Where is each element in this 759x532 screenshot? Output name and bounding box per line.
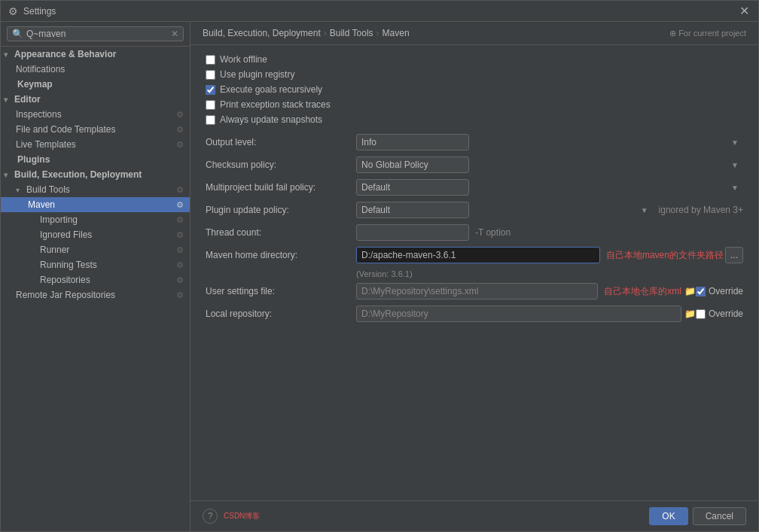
settings-panel: Work offline Use plugin registry Execute… <box>191 45 758 500</box>
search-icon: 🔍 <box>12 29 23 39</box>
sidebar-item-keymap[interactable]: Keymap <box>1 77 190 92</box>
sidebar-item-repositories[interactable]: Repositories ⚙ <box>1 272 190 287</box>
local-repo-override-checkbox[interactable] <box>696 309 706 319</box>
sidebar-item-notifications[interactable]: Notifications <box>1 62 190 77</box>
plugin-update-select[interactable]: Default Update Do not Update Force Updat… <box>356 202 469 218</box>
sidebar-item-importing[interactable]: Importing ⚙ <box>1 212 190 227</box>
checkbox-work-offline: Work offline <box>206 54 743 65</box>
cancel-button[interactable]: Cancel <box>693 507 746 525</box>
sidebar-item-label: Running Tests <box>40 260 97 270</box>
sidebar-item-label: Ignored Files <box>40 230 92 240</box>
user-settings-row: User settings file: 自己本地仓库的xml 📁 Overrid… <box>206 283 743 299</box>
local-repo-label: Local repository: <box>206 309 356 319</box>
sidebar-item-inspections[interactable]: Inspections ⚙ <box>1 107 190 122</box>
multiproject-select[interactable]: Default Fail at End Fail Fast Never Fail <box>356 179 469 196</box>
folder-icon: 📁 <box>684 286 696 296</box>
checksum-policy-label: Checksum policy: <box>206 160 356 170</box>
checksum-policy-row: Checksum policy: No Global Policy Warn F… <box>206 157 743 173</box>
chevron-down-icon: ▼ <box>731 184 739 192</box>
sidebar-item-editor[interactable]: ▾ Editor <box>1 92 190 107</box>
main-content: 🔍 ✕ ▾ Appearance & Behavior Notification… <box>1 22 758 531</box>
use-plugin-registry-checkbox[interactable] <box>206 70 215 80</box>
checkbox-print-exception: Print exception stack traces <box>206 99 743 110</box>
sidebar-item-label: Appearance & Behavior <box>14 49 116 59</box>
user-settings-override-checkbox[interactable] <box>696 287 706 296</box>
thread-count-input[interactable] <box>356 224 469 241</box>
breadcrumb-sep-1: › <box>324 28 327 38</box>
chevron-down-icon: ▼ <box>731 138 739 147</box>
multiproject-label: Multiproject build fail policy: <box>206 182 356 193</box>
sidebar-item-file-code-templates[interactable]: File and Code Templates ⚙ <box>1 122 190 137</box>
work-offline-checkbox[interactable] <box>206 55 215 65</box>
checksum-policy-select[interactable]: No Global Policy Warn Fail Ignore <box>356 157 469 173</box>
local-repo-override: Override <box>696 309 743 319</box>
execute-goals-checkbox[interactable] <box>206 85 215 95</box>
config-icon: ⚙ <box>176 140 184 150</box>
local-repo-row: Local repository: 📁 Override <box>206 306 743 322</box>
sidebar-item-running-tests[interactable]: Running Tests ⚙ <box>1 257 190 272</box>
config-icon: ⚙ <box>176 200 184 210</box>
sidebar-item-appearance-behavior[interactable]: ▾ Appearance & Behavior <box>1 47 190 62</box>
main-panel: Build, Execution, Deployment › Build Too… <box>191 22 758 531</box>
ok-button[interactable]: OK <box>649 507 687 525</box>
maven-home-row: Maven home directory: 自己本地maven的文件夹路径 ..… <box>206 247 743 263</box>
sidebar-item-label: Build, Execution, Deployment <box>14 169 142 180</box>
user-settings-override-label: Override <box>709 286 743 296</box>
always-update-checkbox[interactable] <box>206 115 215 125</box>
sidebar-item-label: Maven <box>28 199 55 210</box>
clear-icon[interactable]: ✕ <box>171 29 178 39</box>
sidebar-item-label: Keymap <box>17 79 53 90</box>
user-settings-label: User settings file: <box>206 286 356 296</box>
config-icon: ⚙ <box>176 275 184 285</box>
maven-home-browse-button[interactable]: ... <box>725 247 743 263</box>
output-level-row: Output level: Info Debug Quiet ▼ <box>206 134 743 150</box>
expand-arrow: ▾ <box>4 171 13 179</box>
print-exception-checkbox[interactable] <box>206 100 215 110</box>
multiproject-control: Default Fail at End Fail Fast Never Fail… <box>356 179 743 196</box>
sidebar-item-build-exec-deploy[interactable]: ▾ Build, Execution, Deployment <box>1 167 190 182</box>
config-icon: ⚙ <box>176 245 184 255</box>
sidebar-item-label: Editor <box>14 94 41 105</box>
config-icon: ⚙ <box>176 125 184 135</box>
config-icon: ⚙ <box>176 260 184 270</box>
expand-arrow: ▾ <box>4 96 13 104</box>
chevron-down-icon: ▼ <box>641 206 648 214</box>
sidebar-item-plugins[interactable]: Plugins <box>1 152 190 167</box>
sidebar: 🔍 ✕ ▾ Appearance & Behavior Notification… <box>1 22 191 531</box>
sidebar-item-maven[interactable]: Maven ⚙ <box>1 197 190 212</box>
help-button[interactable]: ? <box>203 509 218 524</box>
sidebar-item-ignored-files[interactable]: Ignored Files ⚙ <box>1 227 190 242</box>
thread-count-row: Thread count: -T option <box>206 224 743 241</box>
search-box: 🔍 ✕ <box>1 22 190 47</box>
print-exception-label: Print exception stack traces <box>220 99 331 110</box>
use-plugin-registry-label: Use plugin registry <box>220 69 294 80</box>
close-button[interactable]: ✕ <box>736 4 752 18</box>
sidebar-item-live-templates[interactable]: Live Templates ⚙ <box>1 137 190 152</box>
sidebar-item-runner[interactable]: Runner ⚙ <box>1 242 190 257</box>
checksum-policy-control: No Global Policy Warn Fail Ignore ▼ <box>356 157 743 173</box>
breadcrumb-sep-2: › <box>376 28 380 38</box>
user-settings-input[interactable] <box>356 283 598 299</box>
checkbox-use-plugin-registry: Use plugin registry <box>206 69 743 80</box>
local-repo-override-label: Override <box>709 309 743 319</box>
title-bar: ⚙ Settings ✕ <box>1 1 758 22</box>
sidebar-item-label: Notifications <box>16 64 65 74</box>
always-update-label: Always update snapshots <box>220 114 322 125</box>
settings-window: ⚙ Settings ✕ 🔍 ✕ ▾ Appearance & Behavior… <box>0 0 759 532</box>
multiproject-row: Multiproject build fail policy: Default … <box>206 179 743 196</box>
breadcrumb-part-1: Build, Execution, Deployment <box>203 28 321 38</box>
config-icon: ⚙ <box>176 230 184 240</box>
maven-home-input[interactable] <box>356 247 600 263</box>
folder-icon: 📁 <box>684 309 696 319</box>
output-level-select[interactable]: Info Debug Quiet <box>356 134 469 150</box>
plugin-update-row: Plugin update policy: Default Update Do … <box>206 202 743 218</box>
sidebar-item-label: Build Tools <box>26 184 70 195</box>
sidebar-item-build-tools[interactable]: ▾ Build Tools ⚙ <box>1 182 190 197</box>
sidebar-item-label: Live Templates <box>16 139 76 150</box>
maven-home-label: Maven home directory: <box>206 250 356 260</box>
local-repo-input[interactable] <box>356 306 681 322</box>
search-input[interactable] <box>26 29 171 39</box>
breadcrumb: Build, Execution, Deployment › Build Too… <box>191 22 758 45</box>
breadcrumb-part-2: Build Tools <box>330 28 373 38</box>
sidebar-item-remote-jar-repos[interactable]: Remote Jar Repositories ⚙ <box>1 287 190 302</box>
